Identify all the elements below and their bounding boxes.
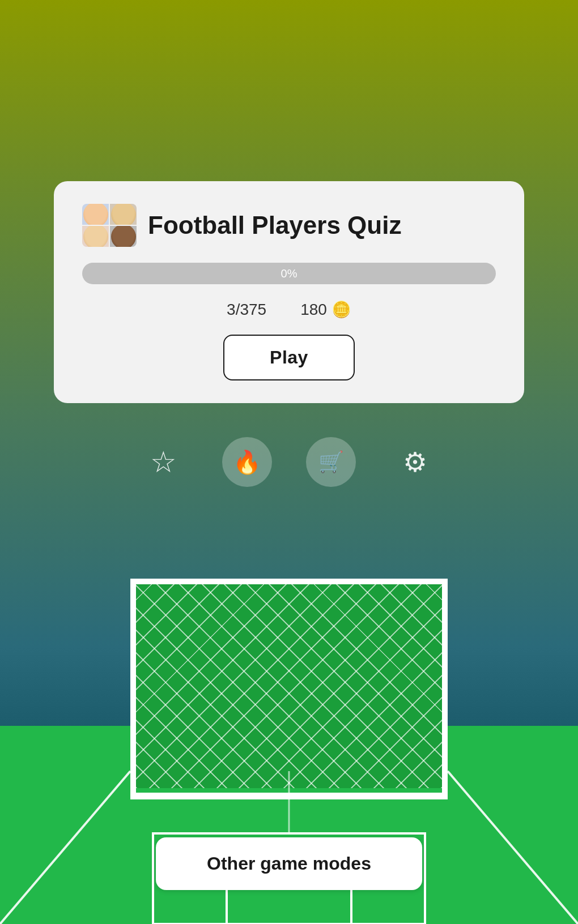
other-game-modes-button[interactable]: Other game modes (156, 837, 422, 890)
avatar-2 (110, 204, 137, 225)
coins-icon: 🪙 (332, 300, 351, 319)
avatar-3 (82, 226, 109, 247)
coins-value: 180 (300, 301, 327, 319)
star-icon: ☆ (150, 445, 177, 479)
trending-button[interactable]: 🔥 (222, 437, 272, 487)
quiz-card: Football Players Quiz 0% 3/375 180 🪙 Pla… (54, 181, 524, 403)
card-header: Football Players Quiz (82, 204, 496, 247)
avatar-1 (82, 204, 109, 225)
play-button[interactable]: Play (223, 335, 355, 380)
fire-icon: 🔥 (233, 449, 261, 476)
progress-label: 0% (82, 263, 496, 284)
quiz-title: Football Players Quiz (148, 211, 401, 241)
favorites-button[interactable]: ☆ (138, 437, 188, 487)
settings-icon: ⚙ (403, 446, 427, 478)
cart-icon: 🛒 (318, 450, 344, 474)
settings-button[interactable]: ⚙ (390, 437, 440, 487)
avatar-4 (110, 226, 137, 247)
player-avatars (82, 204, 137, 247)
progress-bar: 0% (82, 263, 496, 284)
icon-buttons-row: ☆ 🔥 🛒 ⚙ (138, 437, 440, 487)
questions-count: 3/375 (227, 301, 266, 319)
stats-row: 3/375 180 🪙 (82, 300, 496, 319)
shop-button[interactable]: 🛒 (306, 437, 356, 487)
coins-display: 180 🪙 (300, 300, 351, 319)
